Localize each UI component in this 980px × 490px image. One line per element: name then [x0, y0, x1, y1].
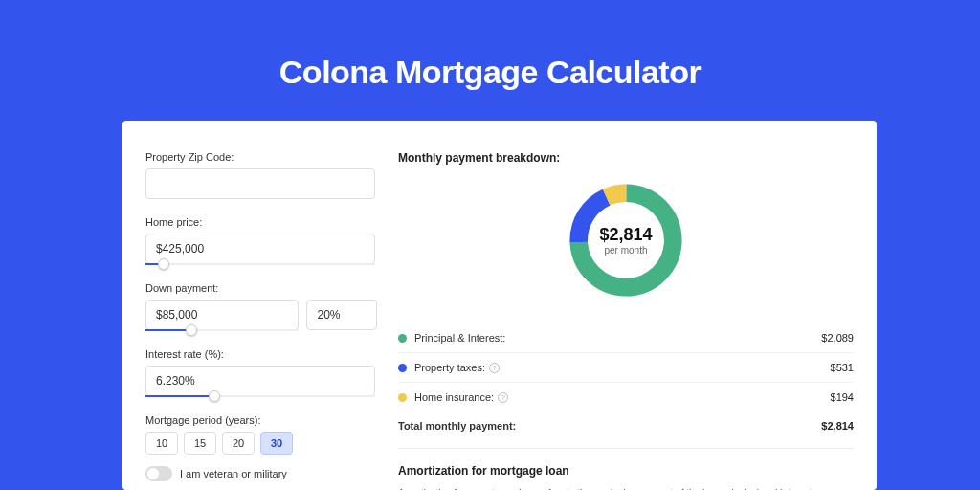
period-label: Mortgage period (years): — [145, 414, 390, 426]
veteran-row: I am veteran or military — [145, 466, 390, 481]
down-payment-input[interactable] — [145, 300, 299, 330]
breakdown-panel: Monthly payment breakdown: $2,814 per mo… — [390, 121, 877, 490]
breakdown-row-value: $2,089 — [821, 332, 854, 344]
info-icon[interactable]: ? — [498, 392, 508, 403]
payment-donut-chart: $2,814 per month — [564, 178, 688, 302]
breakdown-row-value: $194 — [831, 391, 854, 403]
period-button-15[interactable]: 15 — [184, 432, 216, 455]
total-label: Total monthly payment: — [398, 420, 516, 432]
breakdown-total-row: Total monthly payment: $2,814 — [398, 412, 854, 440]
zip-group: Property Zip Code: — [145, 151, 390, 199]
home-price-group: Home price: — [145, 216, 390, 265]
breakdown-heading: Monthly payment breakdown: — [398, 151, 854, 165]
info-icon[interactable]: ? — [489, 363, 500, 373]
breakdown-row-label: Home insurance: — [414, 391, 494, 403]
page-title: Colona Mortgage Calculator — [0, 0, 980, 91]
breakdown-row-value: $531 — [831, 362, 854, 373]
legend-dot — [398, 334, 407, 343]
breakdown-row: Principal & Interest:$2,089 — [398, 323, 854, 352]
period-button-30[interactable]: 30 — [260, 432, 293, 455]
total-value: $2,814 — [821, 420, 854, 432]
period-button-10[interactable]: 10 — [145, 432, 178, 455]
legend-dot — [398, 364, 407, 372]
legend-dot — [398, 393, 407, 402]
zip-label: Property Zip Code: — [145, 151, 390, 163]
veteran-label: I am veteran or military — [180, 468, 287, 479]
down-payment-group: Down payment: — [145, 282, 390, 331]
down-payment-slider-fill — [145, 329, 191, 331]
breakdown-row: Property taxes:?$531 — [398, 352, 854, 382]
interest-group: Interest rate (%): — [145, 348, 390, 397]
interest-label: Interest rate (%): — [145, 348, 390, 360]
period-group: Mortgage period (years): 10152030 — [145, 414, 390, 455]
home-price-label: Home price: — [145, 216, 390, 228]
period-buttons: 10152030 — [145, 432, 390, 455]
home-price-slider-thumb[interactable] — [158, 258, 169, 270]
down-payment-slider-thumb[interactable] — [186, 324, 197, 336]
home-price-slider[interactable] — [145, 263, 375, 265]
interest-input[interactable] — [145, 366, 375, 396]
donut-center-sub: per month — [604, 245, 647, 256]
period-button-20[interactable]: 20 — [222, 432, 255, 455]
form-panel: Property Zip Code: Home price: Down paym… — [122, 121, 390, 490]
home-price-input[interactable] — [145, 234, 375, 264]
interest-slider-thumb[interactable] — [209, 390, 220, 402]
donut-center-amount: $2,814 — [599, 225, 652, 245]
veteran-toggle[interactable] — [145, 466, 172, 481]
breakdown-rows: Principal & Interest:$2,089Property taxe… — [398, 323, 854, 412]
down-payment-label: Down payment: — [145, 282, 390, 294]
calculator-card: Property Zip Code: Home price: Down paym… — [122, 121, 877, 490]
breakdown-row-label: Property taxes: — [414, 362, 485, 373]
down-payment-pct-input[interactable] — [306, 300, 377, 330]
breakdown-row: Home insurance:?$194 — [398, 382, 854, 412]
zip-input[interactable] — [145, 168, 375, 199]
amortization-section: Amortization for mortgage loan Amortizat… — [398, 448, 854, 490]
amortization-heading: Amortization for mortgage loan — [398, 464, 854, 478]
breakdown-row-label: Principal & Interest: — [414, 332, 505, 344]
interest-slider[interactable] — [145, 395, 375, 397]
down-payment-slider[interactable] — [145, 329, 299, 331]
interest-slider-fill — [145, 395, 214, 397]
